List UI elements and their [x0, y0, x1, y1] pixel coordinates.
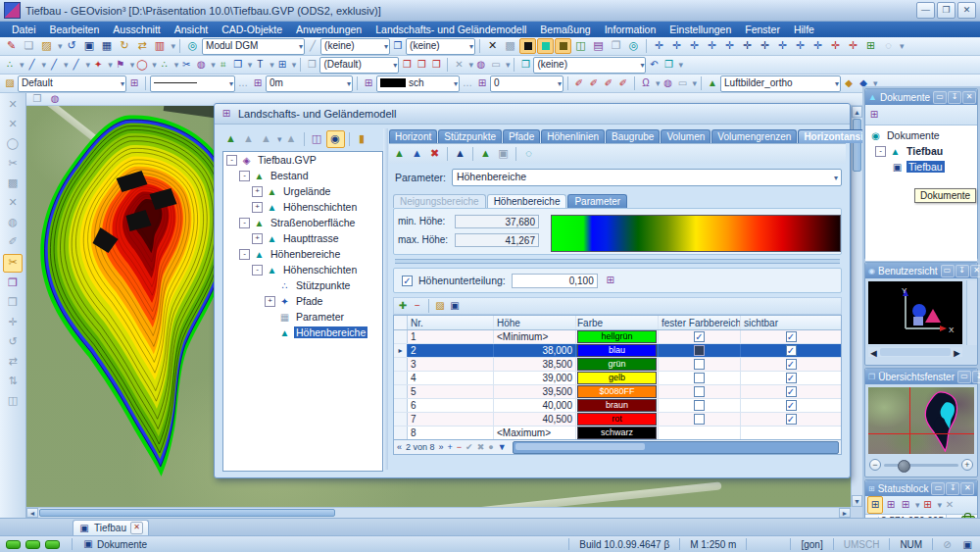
linestyle-more[interactable]: … — [236, 75, 250, 91]
cad-rotate-icon[interactable]: ↺ — [4, 334, 22, 351]
point-edit-icon[interactable]: ✛ — [686, 38, 703, 54]
horizon-save-icon[interactable]: ▣ — [495, 146, 512, 162]
table-h-scrollbar[interactable] — [513, 441, 839, 454]
pin-button[interactable]: ↧ — [956, 265, 969, 277]
menu-bearbeiten[interactable]: Bearbeiten — [44, 23, 106, 36]
save-colors-icon[interactable]: ▣ — [448, 298, 462, 314]
float-button[interactable]: ▭ — [931, 482, 945, 495]
minimize-button[interactable]: — — [916, 2, 935, 19]
pen-combo[interactable]: (keine)▾ — [320, 38, 390, 55]
zoom-thumb[interactable] — [898, 460, 910, 473]
horizon-zoom-icon[interactable]: ◌ — [520, 146, 537, 162]
visibility-eye-icon[interactable]: ◉ — [326, 130, 345, 148]
viewport-h-scrollbar[interactable]: ◄ ► — [868, 347, 962, 357]
save-all-icon[interactable]: ▦ — [99, 38, 116, 54]
width-calc-icon[interactable]: ⊞ — [475, 75, 489, 91]
col-fester-farbbereich[interactable]: fester Farbbereich — [659, 316, 741, 329]
pen2-icon[interactable]: ✐ — [587, 75, 601, 91]
zoom-select-icon[interactable]: ◌ — [880, 38, 897, 54]
nav-refresh-icon[interactable]: ● — [488, 442, 493, 452]
save-as-icon[interactable]: ⇄ — [134, 38, 151, 54]
cad-delete-icon[interactable]: ✕ — [4, 97, 22, 114]
save-icon[interactable]: ▣ — [81, 38, 98, 54]
paint-icon[interactable]: ◍ — [474, 57, 488, 73]
add-layer-icon[interactable]: ▲ — [240, 131, 257, 147]
coord-abs-icon[interactable]: ⊞ — [884, 497, 898, 513]
filter-icon[interactable]: ✕ — [452, 57, 466, 73]
fester-checkbox[interactable]: ✓ — [694, 331, 705, 342]
draw-scatter-icon[interactable]: ∴ — [158, 57, 172, 73]
module-combo[interactable]: Modul DGM▾ — [202, 38, 305, 55]
cad-scale-icon[interactable]: ⇅ — [4, 374, 22, 390]
scroll-thumb[interactable] — [853, 119, 861, 172]
fester-checkbox[interactable] — [694, 414, 705, 425]
title-bar[interactable]: Tiefbau - GEOvision³ [D:\Präsentation 10… — [0, 0, 980, 22]
zoom-out-button[interactable]: − — [869, 459, 881, 471]
table-row[interactable]: 4 39,000 gelb ✓ — [394, 372, 841, 385]
magnet-icon[interactable]: Ω — [639, 75, 653, 91]
float-button[interactable]: ▭ — [957, 371, 971, 383]
color-more[interactable]: … — [461, 75, 474, 91]
cad-erase-icon[interactable]: ✕ — [4, 117, 22, 133]
fester-checkbox[interactable] — [694, 359, 705, 370]
raster-icon[interactable]: ⌗ — [217, 57, 230, 73]
panel-icon[interactable]: ❐ — [231, 57, 245, 73]
status-green-button-3[interactable] — [45, 540, 60, 549]
viewport-v-scrollbar[interactable] — [966, 280, 977, 345]
stamp-icon[interactable]: ▤ — [590, 38, 607, 54]
point-list-icon[interactable]: ✛ — [757, 38, 773, 54]
scroll-left-icon[interactable]: ◄ — [26, 508, 38, 518]
draw-symbol-icon[interactable]: ✦ — [91, 57, 105, 73]
tab-baugrube[interactable]: Baugrube — [606, 129, 660, 143]
fester-checkbox[interactable] — [694, 373, 705, 383]
image-frame-icon[interactable]: ❐ — [608, 38, 624, 54]
length-calc-icon[interactable]: ⊞ — [251, 75, 265, 91]
status-doc-label[interactable]: Dokumente — [97, 539, 147, 550]
menu-cad-objekte[interactable]: CAD-Objekte — [216, 23, 288, 36]
reference-combo[interactable]: (keine)▾ — [533, 57, 646, 74]
unterteilung-field[interactable]: 0,100 — [512, 274, 598, 288]
nav-post-icon[interactable]: ✔ — [466, 442, 473, 452]
fester-checkbox[interactable] — [694, 345, 705, 356]
new-file-icon[interactable]: ❏ — [21, 38, 37, 54]
cad-presentation-icon[interactable]: ❐ — [4, 276, 22, 292]
statusblock-title-bar[interactable]: ⊞ Statusblock ▭ ↧ ✕ — [865, 480, 977, 496]
float-button[interactable]: ▭ — [933, 91, 947, 104]
sichtbar-checkbox[interactable]: ✓ — [786, 359, 797, 370]
horizon-delete-icon[interactable]: ✖ — [426, 146, 443, 162]
view-save-icon[interactable]: ❐ — [662, 57, 675, 73]
draw-line-icon[interactable]: ╱ — [25, 57, 39, 73]
menu-landschaftsmodell[interactable]: Landschafts- und Geländemodell — [369, 23, 532, 36]
sichtbar-checkbox[interactable]: ✓ — [786, 414, 797, 425]
color-chip[interactable]: gelb — [577, 372, 657, 384]
draw-cut-icon[interactable]: ✂ — [179, 57, 193, 73]
point-info-icon[interactable]: ✛ — [651, 38, 667, 54]
layer-calc-icon[interactable]: ⊞ — [127, 75, 141, 91]
coord-mode-icon[interactable]: ⊞ — [867, 496, 883, 514]
status-scale[interactable]: M 1:250 m — [684, 539, 742, 550]
pdf-export-icon[interactable]: ▥ — [152, 38, 169, 54]
nav-first-icon[interactable]: « — [397, 442, 402, 452]
tab-horizont[interactable]: Horizont — [389, 129, 437, 143]
table-row[interactable]: 8 <Maximum> schwarz — [394, 427, 841, 439]
pen1-icon[interactable]: ✐ — [572, 75, 586, 91]
color-chip[interactable]: rot — [577, 413, 657, 426]
nav-last-icon[interactable]: » — [439, 442, 444, 452]
map-horizontal-scrollbar[interactable]: ◄ ► — [26, 507, 851, 518]
horizon-copy-icon[interactable]: ▲ — [477, 146, 494, 162]
float-button[interactable]: ▭ — [941, 265, 955, 277]
horizon-edit-icon[interactable]: ▲ — [452, 146, 468, 162]
view-dark-toggle[interactable] — [555, 38, 571, 54]
cad-align-icon[interactable]: ❒ — [4, 295, 22, 312]
layer-set-icon[interactable]: ❒ — [429, 57, 443, 73]
puzzle-gold-icon[interactable]: ◆ — [842, 75, 856, 91]
pin-button[interactable]: ↧ — [948, 91, 961, 104]
cad-edit-icon[interactable]: ✐ — [4, 234, 22, 251]
point-swap-icon[interactable]: ✛ — [739, 38, 756, 54]
nav-insert-icon[interactable]: + — [448, 442, 453, 452]
reload-icon[interactable]: ↻ — [117, 38, 133, 54]
menu-datei[interactable]: Datei — [6, 23, 42, 36]
sichtbar-checkbox[interactable]: ✓ — [786, 400, 797, 411]
history-icon[interactable]: ↺ — [64, 38, 80, 54]
tab-stuetzpunkte[interactable]: Stützpunkte — [438, 129, 502, 143]
